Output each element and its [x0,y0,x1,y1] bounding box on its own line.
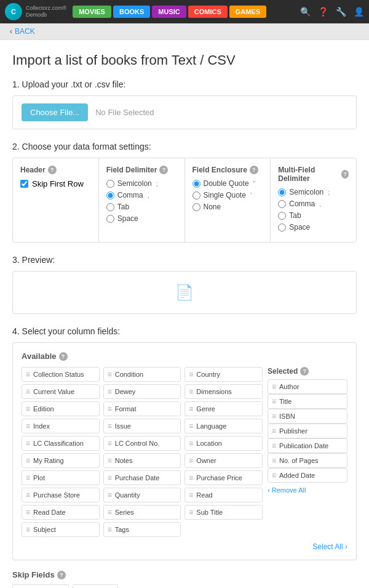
list-item[interactable]: ≡Purchase Price [184,470,263,485]
list-item[interactable]: ≡Title [268,394,347,409]
nav-comics[interactable]: COMICS [188,6,228,18]
drag-handle-icon: ≡ [189,370,193,379]
delimiter-space: Space [106,214,177,223]
nav-books[interactable]: BOOKS [113,6,150,18]
multi-help-icon[interactable]: ? [341,170,349,179]
enclosure-none-radio[interactable] [192,203,200,211]
selected-column: Selected ? ≡Author ≡Title ≡ISBN ≡Publish… [268,367,347,537]
available-col-2: ≡Condition ≡Dewey ≡Format ≡Issue ≡LC Con… [103,367,181,537]
drag-handle-icon: ≡ [26,387,30,396]
list-item[interactable]: ≡Quantity [103,488,181,502]
header-help-icon[interactable]: ? [48,166,57,174]
list-item[interactable]: ≡Plot [22,470,100,485]
drag-handle-icon: ≡ [189,387,193,396]
list-item[interactable]: ≡My Rating [22,453,100,468]
list-item[interactable]: ≡Series [103,505,181,520]
help-icon[interactable]: ❓ [318,7,328,17]
delimiter-help-icon[interactable]: ? [159,166,168,174]
list-item[interactable]: ≡Index [22,419,100,433]
multi-delimiter-box: Multi-Field Delimiter ? Semicolon; Comma… [271,158,356,242]
list-item[interactable]: ≡Add To Notes [12,584,69,588]
section-1-label: 1. Upload your .txt or .csv file: [12,79,357,89]
list-item[interactable]: ≡Purchase Store [22,488,100,502]
header-box: Header ? Skip First Row [13,158,99,242]
enclosure-double-quote-radio[interactable] [192,180,200,188]
drag-handle-icon: ≡ [272,471,276,480]
drag-handle-icon: ≡ [108,422,112,430]
search-icon[interactable]: 🔍 [300,7,311,17]
list-item[interactable]: ≡LC Control No. [103,436,181,451]
list-item[interactable]: ≡ISBN [268,409,347,424]
list-item[interactable]: ≡Added Date [268,468,347,483]
list-item[interactable]: ≡Condition [103,367,181,382]
available-help-icon[interactable]: ? [59,352,68,361]
multi-space: Space [278,223,349,232]
list-item[interactable]: ≡Author [268,379,347,394]
list-item[interactable]: ≡Format [103,401,181,416]
choose-file-button[interactable]: Choose File... [22,103,88,121]
selected-help-icon[interactable]: ? [300,367,309,376]
format-settings: Header ? Skip First Row Field Delimiter … [12,158,357,243]
enclosure-box: Field Enclosure ? Double Quote" Single Q… [185,158,271,242]
list-item[interactable]: ≡No. of Pages [268,453,347,468]
delimiter-space-radio[interactable] [106,215,114,223]
drag-handle-icon: ≡ [26,473,30,482]
list-item[interactable]: ≡Dewey [103,384,181,399]
drag-handle-icon: ≡ [108,387,112,396]
list-item[interactable]: ≡Edition [22,401,100,416]
list-item[interactable]: ≡Current Value [22,384,100,399]
multi-space-radio[interactable] [278,224,286,232]
multi-semicolon-radio[interactable] [278,188,286,196]
list-item[interactable]: ≡Subject [22,522,100,537]
list-item[interactable]: ≡Notes [103,453,181,468]
delimiter-comma-radio[interactable] [106,191,114,199]
nav-music[interactable]: MUSIC [152,6,186,18]
drag-handle-icon: ≡ [108,439,112,448]
user-icon[interactable]: 👤 [354,7,364,17]
list-item[interactable]: ≡Publication Date [268,438,347,453]
remove-all-link[interactable]: ‹ Remove All [268,486,347,494]
multi-tab-radio[interactable] [278,212,286,220]
list-item[interactable]: ≡Issue [103,419,181,433]
list-item[interactable]: ≡LC Classification [22,436,100,451]
enclosure-title: Field Enclosure ? [192,166,263,174]
drag-handle-icon: ≡ [108,525,112,534]
list-item[interactable]: ≡Location [184,436,263,451]
enclosure-help-icon[interactable]: ? [250,166,258,174]
drag-handle-icon: ≡ [108,456,112,465]
multi-comma-radio[interactable] [278,200,286,208]
list-item[interactable]: ≡Owner [184,453,263,468]
drag-handle-icon: ≡ [26,405,30,413]
skip-fields-help-icon[interactable]: ? [57,571,66,579]
back-link[interactable]: BACK [15,27,35,36]
skip-first-row-row: Skip First Row [20,179,91,188]
list-item[interactable]: ≡Sub Title [184,505,263,520]
delimiter-semicolon-radio[interactable] [106,180,114,188]
skip-first-row-checkbox[interactable] [20,180,28,188]
enclosure-single-quote-radio[interactable] [192,191,200,199]
drag-handle-icon: ≡ [26,370,30,379]
drag-handle-icon: ≡ [189,422,193,430]
delimiter-tab: Tab [106,203,177,211]
list-item[interactable]: ≡Country [184,367,263,382]
delimiter-tab-radio[interactable] [106,203,114,211]
list-item[interactable]: ≡Dimensions [184,384,263,399]
list-item[interactable]: ≡Skip Field [73,584,118,588]
delimiter-title: Field Delimiter ? [106,166,177,174]
select-all-link[interactable]: Select All › [312,542,347,551]
list-item[interactable]: ≡Publisher [268,424,347,438]
available-col-3: ≡Country ≡Dimensions ≡Genre ≡Language ≡L… [184,367,263,537]
nav-games[interactable]: GAMES [229,6,266,18]
list-item[interactable]: ≡Read [184,488,263,502]
list-item[interactable]: ≡Read Date [22,505,100,520]
settings-icon[interactable]: 🔧 [336,7,346,17]
drag-handle-icon: ≡ [272,382,276,391]
list-item[interactable]: ≡Language [184,419,263,433]
list-item[interactable]: ≡Tags [103,522,181,537]
page-title: Import a list of books from Text / CSV [12,52,357,68]
list-item[interactable]: ≡Genre [184,401,263,416]
list-item[interactable]: ≡Purchase Date [103,470,181,485]
nav-movies[interactable]: MOVIES [73,6,111,18]
preview-empty-icon: 📄 [175,284,194,301]
list-item[interactable]: ≡Collection Status [22,367,100,382]
